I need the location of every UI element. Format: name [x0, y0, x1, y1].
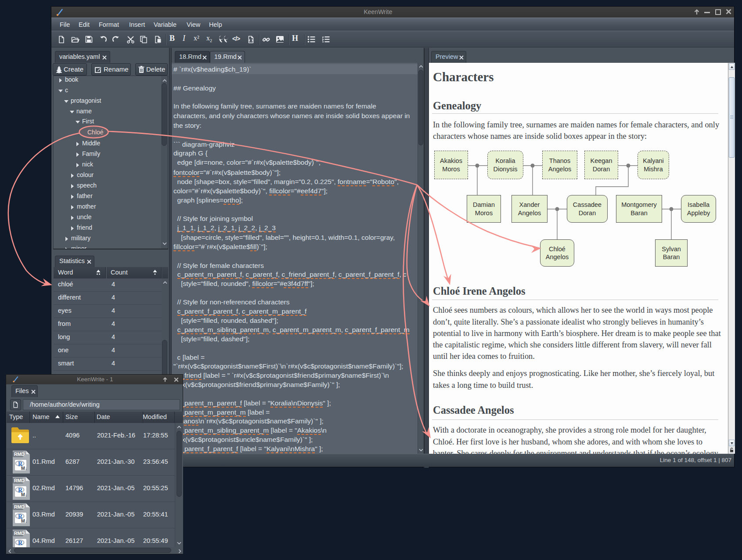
svg-text:R: R — [18, 540, 23, 546]
svg-text:RMD: RMD — [14, 504, 25, 509]
svg-text:RMD: RMD — [14, 531, 25, 536]
svg-text:M↓: M↓ — [21, 518, 27, 524]
svg-text:RMD: RMD — [14, 452, 25, 457]
svg-text:RMD: RMD — [14, 478, 25, 483]
svg-text:M↓: M↓ — [21, 492, 27, 497]
svg-text:M↓: M↓ — [21, 466, 27, 471]
